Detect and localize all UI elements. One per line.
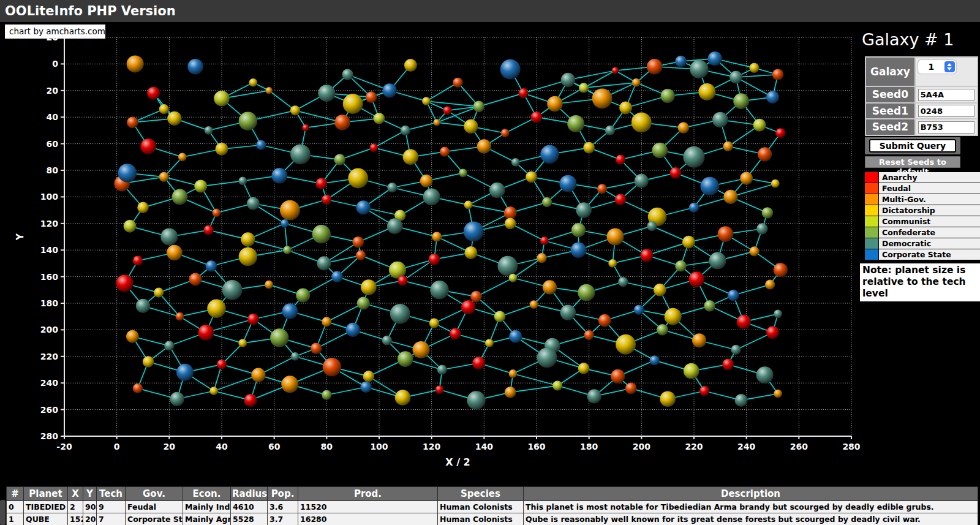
select-stepper-icon[interactable] <box>944 61 955 72</box>
planet[interactable] <box>238 339 247 347</box>
planet[interactable] <box>247 314 259 325</box>
planet[interactable] <box>206 260 217 272</box>
planet[interactable] <box>205 126 213 135</box>
planet[interactable] <box>331 271 343 282</box>
planet[interactable] <box>437 364 447 374</box>
planet[interactable] <box>571 223 586 237</box>
planet[interactable] <box>701 177 719 195</box>
planet[interactable] <box>762 207 774 219</box>
planet[interactable] <box>608 259 617 268</box>
planet[interactable] <box>605 126 615 135</box>
planet[interactable] <box>543 280 557 294</box>
planet[interactable] <box>356 251 366 260</box>
planet[interactable] <box>198 325 214 341</box>
planet[interactable] <box>167 245 183 261</box>
planet[interactable] <box>567 115 584 132</box>
planet[interactable] <box>634 305 644 315</box>
planet[interactable] <box>383 83 397 97</box>
planet[interactable] <box>311 342 322 354</box>
planet[interactable] <box>616 155 625 165</box>
planet[interactable] <box>531 111 543 123</box>
planet[interactable] <box>160 229 178 246</box>
planet[interactable] <box>213 209 221 217</box>
planet[interactable] <box>214 91 230 107</box>
planet[interactable] <box>718 226 734 242</box>
planet[interactable] <box>290 105 300 115</box>
planet[interactable] <box>315 178 327 189</box>
planet[interactable] <box>352 236 364 248</box>
planet[interactable] <box>464 119 478 134</box>
planet[interactable] <box>390 304 410 324</box>
planet[interactable] <box>723 190 737 204</box>
planet[interactable] <box>133 383 143 393</box>
planet[interactable] <box>312 225 331 243</box>
planet[interactable] <box>505 218 516 230</box>
planet[interactable] <box>477 139 491 153</box>
planet[interactable] <box>737 315 751 329</box>
planet[interactable] <box>118 164 137 182</box>
planet[interactable] <box>290 145 311 165</box>
planet[interactable] <box>464 246 477 259</box>
planet[interactable] <box>587 389 601 403</box>
planet[interactable] <box>323 358 341 376</box>
planet[interactable] <box>194 180 207 193</box>
planet[interactable] <box>684 146 705 168</box>
planet[interactable] <box>560 304 576 320</box>
planet[interactable] <box>432 232 442 241</box>
planet[interactable] <box>489 183 505 198</box>
planet[interactable] <box>366 91 377 103</box>
scrollbar-thumb[interactable] <box>0 500 6 525</box>
planet[interactable] <box>592 88 612 108</box>
planet[interactable] <box>583 142 595 154</box>
planet[interactable] <box>467 391 485 409</box>
planet[interactable] <box>443 106 451 115</box>
planet[interactable] <box>688 271 704 287</box>
planet[interactable] <box>124 220 137 233</box>
planet[interactable] <box>699 386 709 396</box>
planet[interactable] <box>382 336 392 346</box>
planet[interactable] <box>322 390 331 400</box>
planet[interactable] <box>159 172 169 182</box>
planet[interactable] <box>249 78 258 87</box>
planet[interactable] <box>708 51 722 66</box>
planet[interactable] <box>357 297 370 310</box>
planet[interactable] <box>140 138 156 154</box>
planet[interactable] <box>650 355 660 365</box>
planet[interactable] <box>530 300 538 309</box>
planet[interactable] <box>616 334 636 355</box>
planet[interactable] <box>771 179 780 188</box>
planet[interactable] <box>740 172 753 185</box>
planet[interactable] <box>597 184 607 194</box>
planet[interactable] <box>413 341 430 358</box>
planet[interactable] <box>704 300 715 312</box>
planet[interactable] <box>692 333 706 347</box>
planet[interactable] <box>256 140 266 150</box>
planet[interactable] <box>143 356 154 368</box>
planet[interactable] <box>403 149 419 165</box>
planet[interactable] <box>189 273 202 285</box>
planet[interactable] <box>504 206 517 219</box>
planet[interactable] <box>657 324 668 336</box>
planet[interactable] <box>133 255 143 265</box>
planet[interactable] <box>302 124 309 131</box>
planet[interactable] <box>618 277 628 287</box>
planet[interactable] <box>526 172 537 183</box>
planet[interactable] <box>500 59 521 80</box>
planet[interactable] <box>164 341 174 350</box>
planet[interactable] <box>317 256 331 270</box>
galaxy-select[interactable]: 1 <box>918 60 956 74</box>
planet[interactable] <box>387 218 403 234</box>
planet[interactable] <box>578 363 590 374</box>
planet[interactable] <box>361 279 377 295</box>
planet[interactable] <box>552 380 562 390</box>
planet[interactable] <box>167 111 181 126</box>
planet[interactable] <box>559 175 576 192</box>
planet[interactable] <box>461 300 475 314</box>
planet[interactable] <box>766 326 779 339</box>
planet[interactable] <box>247 197 260 210</box>
planet[interactable] <box>453 78 462 88</box>
planet[interactable] <box>540 236 549 245</box>
planet[interactable] <box>159 104 169 114</box>
planet[interactable] <box>723 142 733 151</box>
planet[interactable] <box>675 56 687 67</box>
